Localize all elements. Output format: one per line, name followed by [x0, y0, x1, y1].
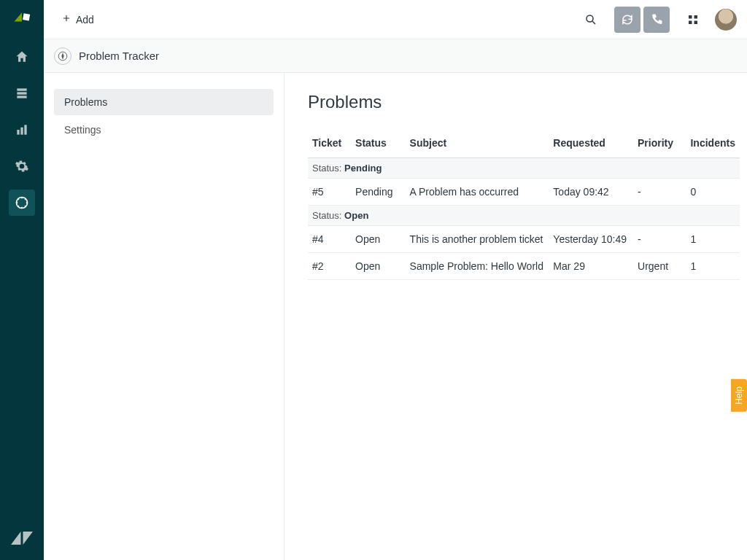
- svg-marker-10: [23, 532, 34, 545]
- svg-rect-15: [694, 20, 698, 24]
- svg-rect-1: [23, 13, 30, 20]
- compass-icon: [54, 47, 71, 65]
- refresh-button[interactable]: [614, 7, 640, 33]
- problems-table: Ticket Status Subject Requested Priority…: [308, 131, 740, 280]
- plus-icon: [61, 13, 71, 26]
- cell-subject: Sample Problem: Hello World: [406, 253, 549, 280]
- apps-button[interactable]: [680, 7, 706, 33]
- main-panel: Problems Ticket Status Subject Requested…: [285, 73, 747, 560]
- svg-rect-7: [24, 125, 26, 134]
- cell-priority: -: [633, 226, 686, 253]
- cell-status: Pending: [351, 179, 406, 206]
- svg-rect-12: [689, 15, 692, 19]
- svg-marker-9: [11, 532, 21, 545]
- left-nav-rail: [0, 0, 44, 560]
- svg-marker-17: [62, 53, 63, 58]
- col-incidents[interactable]: Incidents: [686, 131, 740, 158]
- col-requested[interactable]: Requested: [549, 131, 633, 158]
- svg-point-11: [587, 15, 593, 22]
- group-header: Status: Pending: [308, 158, 740, 179]
- app-header: Problem Tracker: [44, 39, 747, 73]
- cell-status: Open: [351, 253, 406, 280]
- user-avatar[interactable]: [715, 9, 737, 31]
- col-subject[interactable]: Subject: [406, 131, 549, 158]
- nav-admin[interactable]: [9, 153, 35, 179]
- cell-ticket: #2: [308, 253, 351, 280]
- cell-incidents: 1: [686, 253, 740, 280]
- sidebar-item-label: Settings: [64, 124, 101, 136]
- top-bar: Add: [44, 0, 747, 39]
- help-tab[interactable]: Help: [731, 379, 747, 412]
- sidebar-item-settings[interactable]: Settings: [54, 117, 274, 143]
- svg-rect-14: [689, 20, 692, 24]
- sidebar-item-problems[interactable]: Problems: [54, 89, 274, 115]
- nav-reports[interactable]: [9, 117, 35, 143]
- group-value: Open: [344, 210, 368, 221]
- table-row[interactable]: #2 Open Sample Problem: Hello World Mar …: [308, 253, 740, 280]
- group-header: Status: Open: [308, 206, 740, 226]
- col-ticket[interactable]: Ticket: [308, 131, 351, 158]
- group-label: Status: [312, 163, 339, 174]
- zendesk-footer-icon: [9, 525, 35, 551]
- panel-title: Problems: [308, 92, 740, 112]
- cell-status: Open: [351, 226, 406, 253]
- svg-rect-4: [17, 96, 26, 98]
- col-priority[interactable]: Priority: [633, 131, 686, 158]
- app-title: Problem Tracker: [79, 50, 159, 62]
- zendesk-logo-icon: [12, 9, 32, 29]
- cell-incidents: 1: [686, 226, 740, 253]
- svg-rect-5: [17, 130, 19, 135]
- nav-views[interactable]: [9, 80, 35, 106]
- nav-problem-tracker[interactable]: [9, 190, 35, 216]
- nav-home[interactable]: [9, 44, 35, 70]
- cell-priority: -: [633, 179, 686, 206]
- cell-requested: Yesterday 10:49: [549, 226, 633, 253]
- add-button[interactable]: Add: [54, 9, 101, 30]
- group-value: Pending: [344, 163, 382, 174]
- cell-subject: This is another problem ticket: [406, 226, 549, 253]
- cell-ticket: #5: [308, 179, 351, 206]
- cell-subject: A Problem has occurred: [406, 179, 549, 206]
- group-label: Status: [312, 210, 339, 221]
- svg-rect-13: [694, 15, 698, 19]
- table-row[interactable]: #4 Open This is another problem ticket Y…: [308, 226, 740, 253]
- search-button[interactable]: [578, 7, 604, 33]
- svg-rect-6: [20, 128, 23, 135]
- table-row[interactable]: #5 Pending A Problem has occurred Today …: [308, 179, 740, 206]
- cell-requested: Mar 29: [549, 253, 633, 280]
- help-label: Help: [734, 386, 744, 405]
- cell-incidents: 0: [686, 179, 740, 206]
- phone-button[interactable]: [643, 7, 670, 33]
- cell-ticket: #4: [308, 226, 351, 253]
- add-button-label: Add: [76, 14, 94, 26]
- app-sidebar: Problems Settings: [44, 73, 285, 560]
- svg-marker-0: [15, 12, 23, 21]
- sidebar-item-label: Problems: [64, 96, 107, 108]
- col-status[interactable]: Status: [351, 131, 406, 158]
- svg-rect-2: [17, 88, 26, 90]
- cell-requested: Today 09:42: [549, 179, 633, 206]
- svg-rect-3: [17, 92, 26, 94]
- cell-priority: Urgent: [633, 253, 686, 280]
